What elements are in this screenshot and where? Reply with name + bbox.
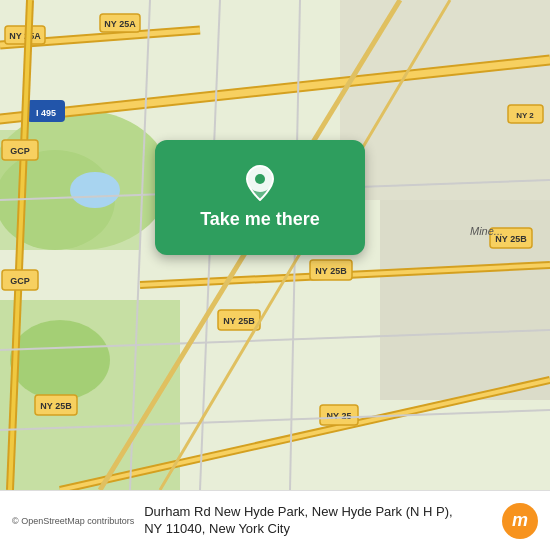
attribution-label: © OpenStreetMap contributors	[12, 516, 134, 526]
svg-point-8	[10, 320, 110, 400]
svg-text:Mine...: Mine...	[470, 225, 503, 237]
attribution-text: © OpenStreetMap contributors	[12, 516, 134, 526]
svg-text:GCP: GCP	[10, 146, 30, 156]
svg-text:NY 25: NY 25	[327, 411, 352, 421]
svg-point-4	[70, 172, 120, 208]
svg-text:NY 25B: NY 25B	[40, 401, 72, 411]
moovit-logo: m	[502, 503, 538, 539]
cta-button[interactable]: Take me there	[155, 140, 365, 255]
cta-label: Take me there	[200, 209, 320, 230]
info-bar: © OpenStreetMap contributors Durham Rd N…	[0, 490, 550, 550]
address-line1: Durham Rd New Hyde Park, New Hyde Park (…	[144, 504, 452, 519]
svg-text:NY 25A: NY 25A	[104, 19, 136, 29]
svg-text:I 495: I 495	[36, 108, 56, 118]
svg-text:NY 2: NY 2	[516, 111, 534, 120]
svg-rect-5	[340, 0, 550, 200]
moovit-icon: m	[502, 503, 538, 539]
moovit-letter: m	[512, 510, 528, 531]
svg-text:GCP: GCP	[10, 276, 30, 286]
svg-point-61	[255, 174, 265, 184]
address-line2: NY 11040, New York City	[144, 521, 290, 536]
svg-text:NY 25B: NY 25B	[223, 316, 255, 326]
address-text: Durham Rd New Hyde Park, New Hyde Park (…	[144, 504, 492, 538]
map-container: I 495 NY 25A NY 25A GCP GCP NY 25B NY 25…	[0, 0, 550, 490]
svg-text:NY 25B: NY 25B	[315, 266, 347, 276]
location-pin-icon	[242, 165, 278, 201]
